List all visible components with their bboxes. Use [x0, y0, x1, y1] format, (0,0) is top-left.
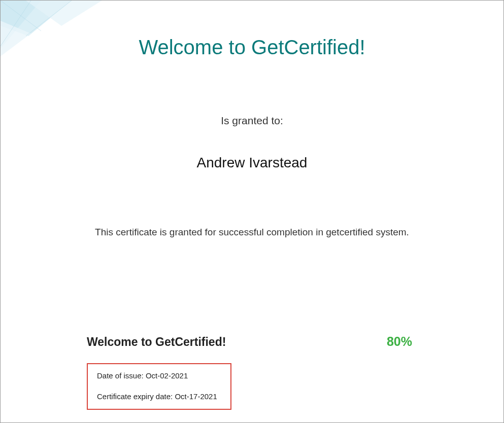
dates-highlight-box: Date of issue: Oct-02-2021 Certificate e… [87, 363, 231, 410]
issue-date-value: Oct-02-2021 [146, 371, 188, 380]
recipient-name: Andrew Ivarstead [31, 155, 473, 171]
footer-area: Welcome to GetCertified! 80% Date of iss… [1, 334, 503, 422]
expiry-date-label: Certificate expiry date: [97, 392, 175, 401]
expiry-date-value: Oct-17-2021 [175, 392, 217, 401]
score-value: 80% [387, 334, 412, 349]
expiry-date-line: Certificate expiry date: Oct-17-2021 [97, 391, 221, 402]
footer-top-row: Welcome to GetCertified! 80% [87, 334, 473, 349]
issue-date-label: Date of issue: [97, 371, 146, 380]
corner-decoration [1, 1, 102, 61]
granted-label: Is granted to: [31, 115, 473, 127]
issue-date-line: Date of issue: Oct-02-2021 [97, 370, 221, 381]
certificate-description: This certificate is granted for successf… [31, 227, 473, 238]
footer-title: Welcome to GetCertified! [87, 335, 226, 349]
